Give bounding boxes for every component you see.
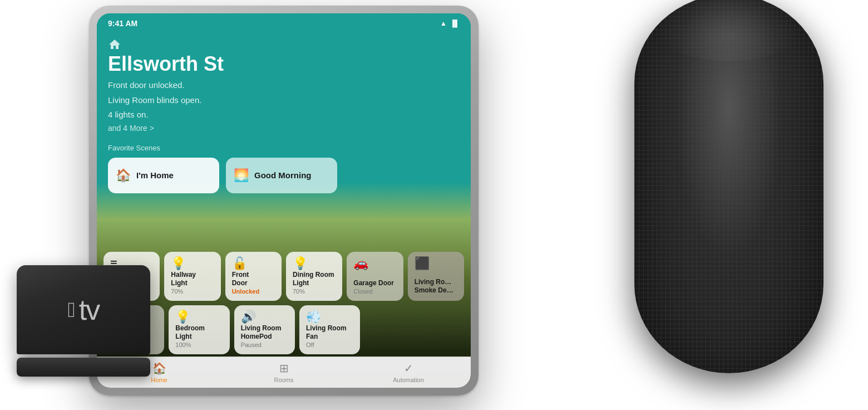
status-icons: ▲ ▐▌ (440, 19, 460, 27)
homepod-body (634, 0, 823, 373)
accessories-grid: ≡ Living RoomShades Open 💡 HallwayLight (103, 252, 464, 354)
dining-light-name: Dining RoomLight (293, 271, 336, 288)
im-home-icon: 🏠 (116, 168, 131, 183)
dining-light-status: 70% (293, 288, 336, 295)
wifi-icon: ▲ (440, 19, 447, 27)
tab-home-label: Home (151, 377, 167, 383)
appletv-logo:  tv (68, 295, 99, 324)
empty-slot-2 (417, 305, 464, 354)
accessory-hallway-light[interactable]: 💡 HallwayLight 70% (164, 252, 220, 301)
garage-name: Garage Door (353, 279, 396, 288)
accessory-bedroom-light[interactable]: 💡 BedroomLight 100% (169, 305, 229, 354)
accessory-homepod[interactable]: 🔊 Living RoomHomePod Paused (234, 305, 295, 354)
bedroom-light-name: BedroomLight (175, 324, 223, 341)
accessory-living-room-fan[interactable]: 💨 Living RoomFan Off (299, 305, 360, 354)
appletv-base (17, 358, 150, 377)
hallway-bulb-icon: 💡 (171, 257, 214, 270)
status-time: 9:41 AM (108, 19, 137, 28)
good-morning-label: Good Morning (254, 170, 311, 180)
front-door-name: FrontDoor (232, 271, 275, 288)
status-bar: 9:41 AM ▲ ▐▌ (97, 13, 471, 33)
accessories-row-1: ≡ Living RoomShades Open 💡 HallwayLight (103, 252, 464, 301)
smoke-name: Living Ro…Smoke De… (415, 278, 457, 295)
appletv-text-label: tv (79, 295, 99, 324)
status-line-1: Front door unlocked. (108, 79, 460, 92)
accessory-smoke-detector[interactable]: ⬛ Living Ro…Smoke De… (408, 252, 464, 301)
appletv-top:  tv (17, 265, 150, 354)
home-nav-button[interactable] (108, 38, 121, 53)
empty-slot-1 (364, 305, 412, 354)
status-line-2: Living Room blinds open. (108, 94, 460, 107)
main-scene: 9:41 AM ▲ ▐▌ Ellsworth St Front door unl… (0, 0, 868, 410)
homepod-device (612, 0, 846, 396)
tab-automation-icon: ✓ (404, 362, 413, 375)
homepod-status: Paused (241, 341, 288, 349)
fan-icon: 💨 (306, 311, 353, 323)
battery-icon: ▐▌ (450, 19, 460, 27)
garage-icon: 🚗 (353, 257, 396, 270)
tab-rooms[interactable]: ⊞ Rooms (221, 362, 346, 383)
front-door-status: Unlocked (232, 288, 275, 295)
accessory-dining-room-light[interactable]: 💡 Dining RoomLight 70% (286, 252, 342, 301)
bedroom-bulb-icon: 💡 (175, 311, 223, 323)
garage-status: Closed (353, 288, 396, 295)
good-morning-icon: 🌅 (234, 168, 249, 183)
fan-name: Living RoomFan (306, 324, 353, 341)
accessories-row-2: ≡ BedroomShades Closed 💡 BedroomLight (103, 305, 464, 354)
scene-card-good-morning[interactable]: 🌅 Good Morning (226, 158, 337, 193)
appletv-device:  tv (11, 265, 156, 377)
hallway-light-name: HallwayLight (171, 271, 214, 288)
tab-automation-label: Automation (393, 377, 424, 383)
home-outline-icon (108, 38, 121, 51)
accessory-front-door[interactable]: 🔓 FrontDoor Unlocked (225, 252, 282, 301)
ipad-main-content: Ellsworth St Front door unlocked. Living… (108, 52, 460, 193)
more-link[interactable]: and 4 More > (108, 124, 460, 133)
favorite-scenes-label: Favorite Scenes (108, 144, 460, 152)
bedroom-light-status: 100% (175, 341, 223, 349)
tab-rooms-icon: ⊞ (279, 362, 289, 375)
homepod-mini-icon: 🔊 (241, 311, 288, 323)
status-line-3: 4 lights on. (108, 109, 460, 121)
tab-rooms-label: Rooms (274, 377, 294, 383)
smoke-icon: ⬛ (415, 257, 457, 270)
front-door-icon: 🔓 (232, 257, 275, 270)
homepod-name: Living RoomHomePod (241, 324, 288, 341)
im-home-label: I'm Home (136, 170, 174, 180)
apple-logo-icon:  (68, 299, 76, 320)
location-name: Ellsworth St (108, 52, 460, 76)
tab-automation[interactable]: ✓ Automation (346, 362, 471, 383)
fan-status: Off (306, 341, 353, 349)
scene-card-im-home[interactable]: 🏠 I'm Home (108, 158, 219, 193)
accessory-garage-door[interactable]: 🚗 Garage Door Closed (347, 252, 403, 301)
dining-bulb-icon: 💡 (293, 257, 336, 270)
hallway-light-status: 70% (171, 288, 214, 295)
scenes-row: 🏠 I'm Home 🌅 Good Morning (108, 158, 460, 193)
